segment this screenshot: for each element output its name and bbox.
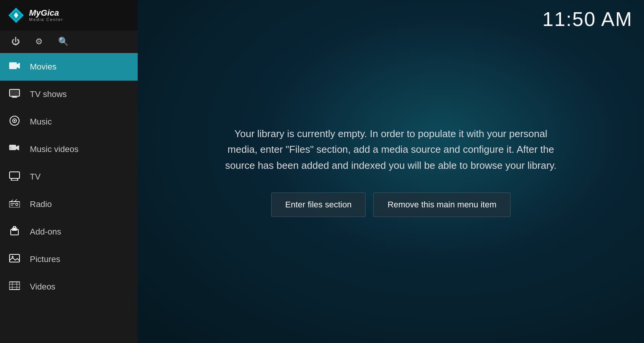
sidebar-item-tv[interactable]: TV [0, 163, 138, 191]
sidebar: MyGica Media Center ⏻ ⚙ 🔍 Movies [0, 0, 138, 343]
svg-rect-7 [12, 96, 17, 97]
main-content: 11:50 AM Your library is currently empty… [138, 0, 644, 343]
radio-icon [8, 199, 21, 210]
sidebar-item-tv-shows[interactable]: TV shows [0, 81, 138, 108]
sidebar-item-tv-shows-label: TV shows [30, 89, 67, 99]
sidebar-item-music[interactable]: Music [0, 108, 138, 136]
app-subtitle: Media Center [29, 17, 63, 22]
sidebar-toolbar: ⏻ ⚙ 🔍 [0, 31, 138, 53]
svg-text:♪: ♪ [10, 146, 11, 149]
music-videos-icon: ♪ [8, 143, 21, 155]
add-ons-icon [8, 226, 21, 238]
sidebar-nav: Movies TV shows Music [0, 53, 138, 343]
movies-icon [8, 61, 21, 72]
music-icon [8, 116, 21, 128]
svg-point-20 [16, 203, 18, 205]
sidebar-item-videos-label: Videos [30, 282, 55, 292]
svg-rect-22 [10, 205, 13, 205]
tv-icon [8, 171, 21, 183]
svg-marker-13 [16, 145, 19, 150]
search-icon[interactable]: 🔍 [58, 37, 68, 47]
sidebar-item-music-videos-label: Music videos [30, 144, 78, 154]
tv-shows-icon [8, 89, 21, 100]
power-icon[interactable]: ⏻ [11, 37, 20, 47]
sidebar-item-videos[interactable]: Videos [0, 273, 138, 301]
sidebar-item-music-videos[interactable]: ♪ Music videos [0, 136, 138, 163]
content-center: Your library is currently empty. In orde… [138, 0, 644, 343]
sidebar-item-movies-label: Movies [30, 62, 57, 72]
sidebar-item-tv-label: TV [30, 172, 41, 182]
empty-library-message: Your library is currently empty. In orde… [219, 126, 563, 174]
logo-text: MyGica Media Center [29, 9, 63, 22]
svg-point-11 [14, 120, 15, 121]
sidebar-item-movies[interactable]: Movies [0, 53, 138, 81]
svg-rect-21 [10, 203, 15, 204]
sidebar-item-pictures-label: Pictures [30, 254, 60, 264]
sidebar-header: MyGica Media Center [0, 0, 138, 31]
svg-rect-19 [9, 202, 20, 207]
svg-rect-28 [10, 254, 20, 262]
svg-rect-30 [9, 282, 20, 290]
sidebar-item-music-label: Music [30, 117, 52, 127]
svg-rect-15 [10, 172, 20, 178]
sidebar-item-radio[interactable]: Radio [0, 191, 138, 218]
enter-files-button[interactable]: Enter files section [271, 193, 366, 217]
sidebar-item-pictures[interactable]: Pictures [0, 246, 138, 273]
sidebar-item-add-ons-label: Add-ons [30, 227, 61, 237]
action-buttons: Enter files section Remove this main men… [271, 193, 511, 217]
svg-rect-3 [9, 62, 17, 69]
sidebar-item-radio-label: Radio [30, 199, 52, 209]
settings-icon[interactable]: ⚙ [35, 37, 43, 47]
clock-display: 11:50 AM [542, 8, 633, 31]
mygica-logo-icon [8, 7, 24, 24]
videos-icon [8, 281, 21, 293]
remove-menu-item-button[interactable]: Remove this main menu item [373, 193, 511, 217]
svg-rect-6 [10, 89, 20, 96]
svg-rect-8 [11, 97, 18, 98]
app-name: MyGica [29, 9, 63, 17]
pictures-icon [8, 254, 21, 265]
svg-marker-4 [17, 63, 20, 69]
sidebar-item-add-ons[interactable]: Add-ons [0, 218, 138, 246]
